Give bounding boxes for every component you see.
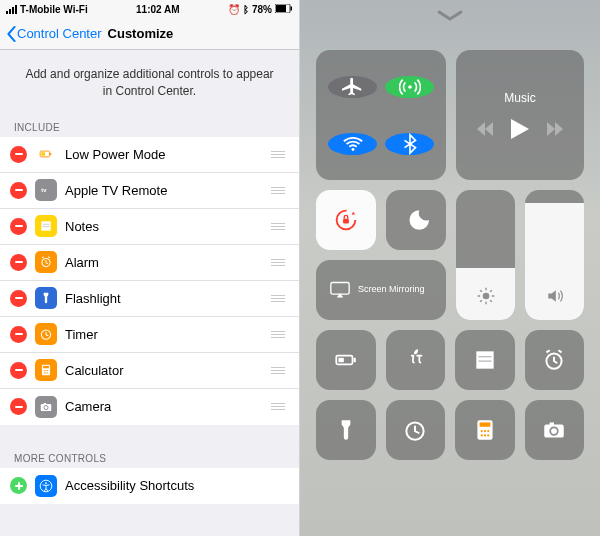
screen-mirroring-label: Screen Mirroring [358, 285, 425, 295]
do-not-disturb-tile[interactable] [386, 190, 446, 250]
svg-rect-22 [44, 403, 46, 405]
connectivity-tile[interactable] [316, 50, 446, 180]
apple-tv-tile[interactable] [386, 330, 446, 390]
row-label: Calculator [65, 363, 261, 378]
brightness-icon [476, 286, 496, 310]
rewind-icon[interactable] [477, 122, 493, 136]
svg-rect-4 [41, 152, 45, 156]
svg-point-41 [480, 430, 482, 432]
svg-point-17 [44, 372, 45, 373]
nav-bar: Control Center Customize [0, 18, 299, 50]
svg-rect-28 [343, 219, 349, 224]
screen-mirroring-icon [330, 281, 350, 299]
svg-point-15 [45, 370, 46, 371]
list-item: Alarm [0, 245, 299, 281]
timer-tile[interactable] [386, 400, 446, 460]
svg-rect-2 [291, 6, 293, 10]
timer-icon [35, 323, 57, 345]
chevron-down-icon[interactable] [437, 8, 463, 26]
signal-icon [6, 5, 17, 14]
bluetooth-icon [399, 133, 421, 155]
airplane-icon [342, 76, 364, 98]
reorder-handle[interactable] [269, 295, 287, 302]
svg-point-14 [44, 370, 45, 371]
svg-point-42 [484, 430, 486, 432]
reorder-handle[interactable] [269, 331, 287, 338]
row-label: Camera [65, 399, 261, 414]
more-controls-list: Accessibility Shortcuts [0, 468, 299, 504]
remove-button[interactable] [10, 182, 27, 199]
status-bar: T-Mobile Wi-Fi 11:02 AM ⏰ ᛒ 78% [0, 0, 299, 18]
remove-button[interactable] [10, 398, 27, 415]
row-label: Accessibility Shortcuts [65, 478, 287, 493]
flashlight-icon [35, 287, 57, 309]
svg-point-45 [484, 434, 486, 436]
section-header-more: MORE CONTROLS [0, 449, 299, 468]
reorder-handle[interactable] [269, 367, 287, 374]
notes-tile[interactable] [455, 330, 515, 390]
alarm-tile[interactable] [525, 330, 585, 390]
reorder-handle[interactable] [269, 223, 287, 230]
cellular-toggle[interactable] [385, 76, 434, 98]
svg-point-19 [47, 372, 48, 373]
svg-point-25 [408, 85, 412, 89]
svg-rect-40 [479, 422, 490, 426]
reorder-handle[interactable] [269, 403, 287, 410]
wifi-toggle[interactable] [328, 133, 377, 155]
settings-customize-screen: T-Mobile Wi-Fi 11:02 AM ⏰ ᛒ 78% Control … [0, 0, 300, 536]
flashlight-tile[interactable] [316, 400, 376, 460]
play-icon[interactable] [511, 119, 529, 139]
remove-button[interactable] [10, 290, 27, 307]
volume-slider[interactable] [525, 190, 584, 320]
page-title: Customize [108, 26, 174, 41]
remove-button[interactable] [10, 254, 27, 271]
row-label: Notes [65, 219, 261, 234]
appletv-icon: tv [35, 179, 57, 201]
reorder-handle[interactable] [269, 259, 287, 266]
orientation-lock-icon [332, 206, 360, 234]
svg-rect-7 [41, 221, 50, 230]
list-item: Calculator [0, 353, 299, 389]
svg-point-24 [45, 482, 47, 484]
airplane-toggle[interactable] [328, 76, 377, 98]
reorder-handle[interactable] [269, 151, 287, 158]
orientation-lock-tile[interactable] [316, 190, 376, 250]
battery-icon [35, 143, 57, 165]
camera-icon [35, 396, 57, 418]
list-item: Timer [0, 317, 299, 353]
list-item: tvApple TV Remote [0, 173, 299, 209]
svg-point-26 [351, 148, 354, 151]
forward-icon[interactable] [547, 122, 563, 136]
svg-point-44 [480, 434, 482, 436]
music-tile[interactable]: Music [456, 50, 584, 180]
back-label: Control Center [17, 26, 102, 41]
calculator-tile[interactable] [455, 400, 515, 460]
screen-mirroring-tile[interactable]: Screen Mirroring [316, 260, 446, 320]
back-button[interactable]: Control Center [6, 26, 102, 42]
svg-point-46 [487, 434, 489, 436]
svg-rect-49 [550, 422, 554, 425]
remove-button[interactable] [10, 326, 27, 343]
remove-button[interactable] [10, 218, 27, 235]
bluetooth-icon: ᛒ [243, 4, 249, 15]
svg-rect-13 [43, 366, 49, 368]
remove-button[interactable] [10, 362, 27, 379]
brightness-slider[interactable] [456, 190, 515, 320]
row-label: Flashlight [65, 291, 261, 306]
chevron-left-icon [6, 26, 17, 42]
battery-icon [275, 4, 293, 15]
low-power-tile[interactable] [316, 330, 376, 390]
bluetooth-toggle[interactable] [385, 133, 434, 155]
add-button[interactable] [10, 477, 27, 494]
remove-button[interactable] [10, 146, 27, 163]
svg-point-16 [47, 370, 48, 371]
accessibility-icon [35, 475, 57, 497]
reorder-handle[interactable] [269, 187, 287, 194]
volume-icon [545, 286, 565, 310]
camera-tile[interactable] [525, 400, 585, 460]
control-center-screen: Music [300, 0, 600, 536]
battery-label: 78% [252, 4, 272, 15]
svg-rect-29 [331, 283, 349, 295]
row-label: Low Power Mode [65, 147, 261, 162]
include-list: Low Power ModetvApple TV RemoteNotesAlar… [0, 137, 299, 425]
